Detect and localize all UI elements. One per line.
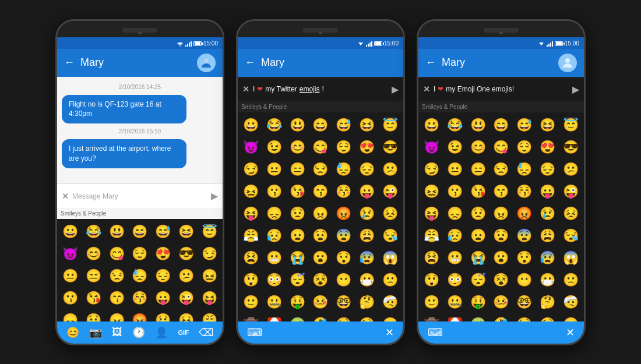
emoji-item[interactable]: 😒 — [105, 266, 128, 287]
emoji-item[interactable]: 😙 — [105, 288, 128, 309]
emoji-item[interactable]: 🙁 — [379, 270, 401, 291]
emoji-item[interactable]: 😍 — [152, 243, 174, 264]
emoji-item[interactable]: 😋 — [309, 137, 332, 158]
emoji-item[interactable]: 🤡 — [263, 314, 286, 321]
emoji-item[interactable]: 😂 — [83, 221, 105, 242]
emoji-item[interactable]: 😰 — [537, 248, 559, 268]
emoji-input-text-3[interactable]: I ❤ my Emoji One emojis! — [434, 85, 569, 93]
emoji-item[interactable]: 😩 — [537, 225, 559, 246]
clock-toolbar-icon[interactable]: 🕐 — [132, 326, 145, 339]
emoji-item[interactable]: 😈 — [240, 137, 262, 158]
emoji-item[interactable]: 😮 — [309, 248, 332, 268]
emoji-item[interactable]: 😷 — [537, 270, 559, 291]
emoji-item[interactable]: 🤥 — [537, 314, 559, 321]
send-button-2[interactable]: ▶ — [392, 84, 399, 95]
emoji-item[interactable]: 😍 — [537, 137, 559, 158]
emoji-item[interactable]: 😶 — [333, 270, 355, 291]
emoji-item[interactable]: 😖 — [240, 181, 262, 202]
emoji-item[interactable]: 😔 — [356, 159, 378, 180]
emoji-item[interactable]: 😓 — [333, 159, 355, 180]
emoji-item[interactable]: 😇 — [379, 115, 401, 136]
emoji-item[interactable]: 🤠 — [240, 314, 262, 321]
emoji-item[interactable]: 😡 — [129, 310, 151, 321]
delete-icon-3[interactable]: ✕ — [566, 326, 575, 339]
emoji-item[interactable]: 😖 — [421, 181, 443, 202]
emoji-item[interactable]: 😏 — [421, 159, 443, 180]
emoji-item[interactable]: 😈 — [421, 137, 443, 158]
emoji-item[interactable]: 😙 — [309, 181, 332, 202]
emoji-item[interactable]: 😐 — [263, 159, 286, 180]
emoji-item[interactable]: 😝 — [240, 203, 262, 224]
emoji-item[interactable]: 🤧 — [559, 314, 582, 321]
emoji-item[interactable]: 😆 — [537, 115, 559, 136]
emoji-item[interactable]: 🤢 — [467, 314, 489, 321]
emoji-item[interactable]: 😕 — [175, 266, 198, 287]
emoji-item[interactable]: 😧 — [309, 225, 332, 246]
emoji-item[interactable]: 😞 — [263, 203, 286, 224]
emoji-item[interactable]: 😚 — [129, 288, 151, 309]
emoji-item[interactable]: 😟 — [467, 203, 489, 224]
emoji-item[interactable]: 😐 — [444, 159, 466, 180]
message-input-bar-1[interactable]: ✕ Message Mary ▶ — [57, 183, 223, 208]
emoji-item[interactable]: 😠 — [105, 310, 128, 321]
delete-icon-2[interactable]: ✕ — [385, 326, 394, 339]
camera-toolbar-icon[interactable]: 📷 — [89, 326, 102, 339]
emoji-item[interactable]: 😫 — [421, 248, 443, 268]
emoji-item[interactable]: 😂 — [444, 115, 466, 136]
emoji-item[interactable]: 😒 — [309, 159, 332, 180]
emoji-item[interactable]: 😊 — [467, 137, 489, 158]
emoji-item[interactable]: 🤔 — [356, 292, 378, 313]
message-input-1[interactable]: Message Mary — [72, 192, 207, 200]
emoji-item[interactable]: 😅 — [333, 115, 355, 136]
emoji-item[interactable]: 😃 — [105, 221, 128, 242]
emoji-item[interactable]: 😄 — [309, 115, 332, 136]
emoji-item[interactable]: 😏 — [198, 243, 220, 264]
emoji-item[interactable]: 😤 — [421, 225, 443, 246]
emoji-item[interactable]: 😯 — [513, 248, 536, 268]
emoji-item[interactable]: 🤐 — [444, 292, 466, 313]
emoji-item[interactable]: 😒 — [490, 159, 512, 180]
emoji-item[interactable]: 😢 — [537, 203, 559, 224]
emoji-item[interactable]: 😧 — [490, 225, 512, 246]
emoji-item[interactable]: 😙 — [490, 181, 512, 202]
emoji-item[interactable]: 😳 — [263, 270, 286, 291]
emoji-item[interactable]: 😈 — [59, 243, 82, 264]
emoji-item[interactable]: 😨 — [333, 225, 355, 246]
emoji-item[interactable]: 🤑 — [467, 292, 489, 313]
emoji-item[interactable]: 😀 — [240, 115, 262, 136]
emoji-item[interactable]: 😎 — [379, 137, 401, 158]
emoji-item[interactable]: 🤧 — [379, 314, 401, 321]
emoji-item[interactable]: 😚 — [333, 181, 355, 202]
emoji-toolbar-icon[interactable]: 😊 — [66, 326, 79, 339]
emoji-item[interactable]: 😑 — [286, 159, 308, 180]
send-button-1[interactable]: ▶ — [211, 190, 218, 202]
emoji-item[interactable]: 🙂 — [421, 292, 443, 313]
emoji-item[interactable]: 😨 — [513, 225, 536, 246]
emoji-item[interactable]: 😦 — [467, 225, 489, 246]
emoji-item[interactable]: 😛 — [152, 288, 174, 309]
back-button-1[interactable]: ← — [64, 56, 75, 69]
emoji-item[interactable]: 😘 — [83, 288, 105, 309]
emoji-item[interactable]: 😄 — [490, 115, 512, 136]
emoji-item[interactable]: 😠 — [309, 203, 332, 224]
emoji-item[interactable]: 😌 — [333, 137, 355, 158]
keyboard-icon-2[interactable]: ⌨ — [247, 326, 262, 339]
emoji-item[interactable]: 😖 — [198, 266, 220, 287]
emoji-item[interactable]: 🤠 — [421, 314, 443, 321]
emoji-item[interactable]: 🤕 — [559, 292, 582, 313]
emoji-item[interactable]: 😢 — [356, 203, 378, 224]
emoji-item[interactable]: 😩 — [356, 225, 378, 246]
emoji-item[interactable]: 😚 — [513, 181, 536, 202]
emoji-item[interactable]: 😣 — [175, 310, 198, 321]
emoji-item[interactable]: 😰 — [356, 248, 378, 268]
emoji-item[interactable]: 😂 — [263, 115, 286, 136]
emoji-item[interactable]: 🤥 — [356, 314, 378, 321]
emoji-item[interactable]: 😔 — [537, 159, 559, 180]
emoji-item[interactable]: 😮 — [490, 248, 512, 268]
emoji-item[interactable]: 🙂 — [240, 292, 262, 313]
emoji-item[interactable]: 😞 — [59, 310, 82, 321]
emoji-item[interactable]: 😇 — [198, 221, 220, 242]
emoji-item[interactable]: 😟 — [286, 203, 308, 224]
backspace-toolbar-icon[interactable]: ⌫ — [199, 326, 213, 339]
emoji-item[interactable]: 😗 — [444, 181, 466, 202]
